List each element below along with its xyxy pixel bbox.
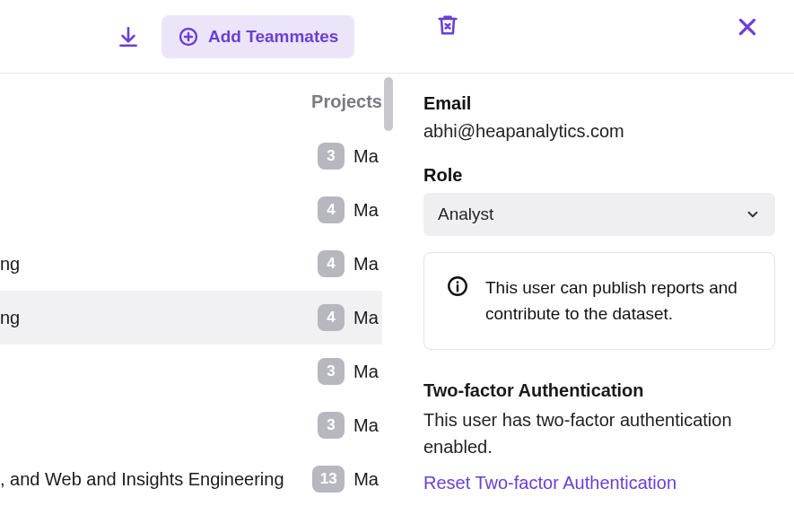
detail-pane: Email abhi@heapanalytics.com Role Analys… [423,74,776,532]
role-info-box: This user can publish reports and contri… [423,252,775,350]
row-project-text: Ma [353,308,379,328]
download-icon[interactable] [117,25,140,48]
toolbar-left: Add Teammates [117,15,354,58]
email-value: abhi@heapanalytics.com [423,121,776,142]
role-label: Role [423,165,776,186]
row-project-text: Ma [353,362,379,382]
row-project-text: Ma [353,415,379,436]
role-info-text: This user can publish reports and contri… [485,275,753,327]
row-project-text: Ma [353,254,379,275]
add-teammates-button[interactable]: Add Teammates [161,15,354,58]
role-select[interactable]: Analyst [423,193,775,236]
list-pane: Projects 3 Ma 4 Ma ng 4 Ma ng [0,74,393,532]
table-row[interactable]: , and Web and Insights Engineering 13 Ma [0,452,382,506]
svg-point-2 [457,281,459,283]
rows-container: 3 Ma 4 Ma ng 4 Ma ng 4 Ma [0,129,382,506]
count-badge: 4 [318,304,345,331]
trash-icon[interactable] [435,13,460,38]
plus-circle-icon [178,26,199,48]
column-header-projects: Projects [311,92,382,112]
row-team-text: , and Web and Insights Engineering [0,469,284,490]
count-badge: 3 [318,412,345,439]
count-badge: 4 [318,250,345,277]
twofa-description: This user has two-factor authentication … [423,406,775,460]
count-badge: 4 [318,196,345,223]
row-project-text: Ma [353,200,379,221]
table-row[interactable]: 3 Ma [0,344,382,398]
email-label: Email [423,93,776,114]
row-team-text: ng [0,254,20,275]
toolbar: Add Teammates [0,0,794,74]
count-badge: 13 [312,466,345,493]
table-row[interactable]: ng 4 Ma [0,291,382,344]
scrollbar-thumb[interactable] [384,77,393,131]
table-row[interactable]: 3 Ma [0,129,382,183]
info-icon [446,275,469,298]
reset-twofa-link[interactable]: Reset Two-factor Authentication [423,473,676,493]
add-teammates-label: Add Teammates [208,27,338,47]
count-badge: 3 [318,143,345,170]
count-badge: 3 [318,358,345,385]
table-row[interactable]: 4 Ma [0,183,382,237]
close-icon[interactable] [735,14,760,39]
chevron-down-icon [745,206,761,222]
table-row[interactable]: ng 4 Ma [0,237,382,291]
role-select-value: Analyst [438,205,493,224]
twofa-label: Two-factor Authentication [423,380,776,401]
row-team-text: ng [0,308,20,328]
table-row[interactable]: 3 Ma [0,398,382,452]
row-project-text: Ma [353,469,379,490]
row-project-text: Ma [353,146,379,167]
